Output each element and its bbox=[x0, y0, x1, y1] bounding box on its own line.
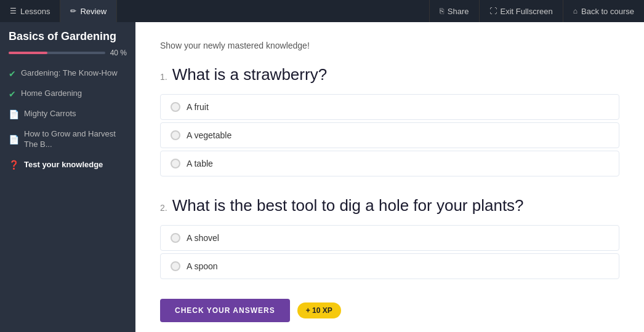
question-2-block: 2. What is the best tool to dig a hole f… bbox=[160, 196, 619, 279]
q1-option-c-label: A table bbox=[187, 159, 213, 168]
nav-actions: ⎘ Share ⛶ Exit Fullscreen ⌂ Back to cour… bbox=[429, 0, 644, 22]
question-1-option-c[interactable]: A table bbox=[160, 151, 619, 176]
question-2-option-a[interactable]: A shovel bbox=[160, 225, 619, 251]
q1-option-a-label: A fruit bbox=[187, 102, 209, 112]
question-1-option-b[interactable]: A vegetable bbox=[160, 122, 619, 148]
doc-icon: 📄 bbox=[9, 135, 19, 144]
sidebar-item-label: Test your knowledge bbox=[24, 160, 103, 170]
fullscreen-icon: ⛶ bbox=[489, 7, 497, 15]
question-2-body: What is the best tool to dig a hole for … bbox=[172, 196, 524, 215]
home-icon: ⌂ bbox=[573, 7, 578, 15]
tab-lessons[interactable]: ☰ Lessons bbox=[0, 0, 60, 22]
sidebar-item-label: Gardening: The Know-How bbox=[21, 68, 118, 79]
sidebar-item-label: Mighty Carrots bbox=[24, 109, 76, 119]
share-button[interactable]: ⎘ Share bbox=[429, 0, 479, 22]
content-subtitle: Show your newly mastered knowledge! bbox=[160, 41, 619, 50]
question-1-body: What is a strawberry? bbox=[172, 65, 327, 84]
main-layout: Basics of Gardening 40 % ✔ Gardening: Th… bbox=[0, 22, 644, 332]
check-icon: ✔ bbox=[9, 89, 16, 99]
sidebar-item-label: How to Grow and Harvest The B... bbox=[24, 129, 127, 150]
share-label: Share bbox=[448, 7, 469, 16]
doc-icon: 📄 bbox=[9, 109, 19, 119]
radio-q2-a bbox=[171, 233, 180, 243]
nav-tabs: ☰ Lessons ✏ Review bbox=[0, 0, 117, 22]
question-1-text: 1. What is a strawberry? bbox=[160, 65, 619, 84]
q2-option-a-label: A shovel bbox=[187, 233, 219, 243]
tab-review[interactable]: ✏ Review bbox=[60, 0, 117, 22]
share-icon: ⎘ bbox=[440, 7, 444, 15]
content-area: Show your newly mastered knowledge! 1. W… bbox=[135, 22, 644, 332]
check-icon: ✔ bbox=[9, 69, 16, 79]
question-2-number: 2. bbox=[160, 203, 167, 213]
sidebar: Basics of Gardening 40 % ✔ Gardening: Th… bbox=[0, 22, 135, 332]
exit-fullscreen-button[interactable]: ⛶ Exit Fullscreen bbox=[479, 0, 563, 22]
sidebar-item-mighty-carrots[interactable]: 📄 Mighty Carrots bbox=[0, 104, 135, 124]
question-1-number: 1. bbox=[160, 72, 167, 82]
question-1-block: 1. What is a strawberry? A fruit A veget… bbox=[160, 65, 619, 176]
sidebar-item-label: Home Gardening bbox=[21, 89, 82, 99]
q2-option-b-label: A spoon bbox=[187, 261, 218, 271]
sidebar-item-gardening-know-how[interactable]: ✔ Gardening: The Know-How bbox=[0, 63, 135, 84]
q1-option-b-label: A vegetable bbox=[187, 130, 231, 140]
course-title: Basics of Gardening bbox=[0, 22, 135, 49]
tab-lessons-label: Lessons bbox=[20, 7, 50, 16]
actions-row: CHECK YOUR ANSWERS + 10 XP bbox=[160, 299, 619, 322]
radio-q2-b bbox=[171, 261, 180, 271]
progress-bar-fill bbox=[9, 52, 47, 54]
progress-percent: 40 % bbox=[110, 49, 127, 57]
question-2-option-b[interactable]: A spoon bbox=[160, 253, 619, 279]
radio-q1-b bbox=[171, 130, 180, 140]
sidebar-item-test-your-knowledge[interactable]: ❓ Test your knowledge bbox=[0, 155, 135, 175]
quiz-icon: ❓ bbox=[9, 160, 19, 170]
question-2-text: 2. What is the best tool to dig a hole f… bbox=[160, 196, 619, 215]
sidebar-item-how-to-grow[interactable]: 📄 How to Grow and Harvest The B... bbox=[0, 124, 135, 155]
back-to-course-button[interactable]: ⌂ Back to course bbox=[563, 0, 644, 22]
back-to-course-label: Back to course bbox=[581, 7, 634, 16]
lessons-icon: ☰ bbox=[10, 7, 17, 15]
radio-q1-a bbox=[171, 102, 180, 112]
review-icon: ✏ bbox=[70, 7, 76, 15]
progress-bar-bg bbox=[9, 52, 105, 54]
exit-fullscreen-label: Exit Fullscreen bbox=[501, 7, 553, 16]
xp-badge: + 10 XP bbox=[297, 302, 341, 318]
sidebar-item-home-gardening[interactable]: ✔ Home Gardening bbox=[0, 84, 135, 104]
radio-q1-c bbox=[171, 159, 180, 168]
check-answers-button[interactable]: CHECK YOUR ANSWERS bbox=[160, 299, 290, 322]
question-1-option-a[interactable]: A fruit bbox=[160, 94, 619, 120]
top-nav: ☰ Lessons ✏ Review ⎘ Share ⛶ Exit Fullsc… bbox=[0, 0, 644, 22]
tab-review-label: Review bbox=[80, 7, 107, 16]
progress-bar-wrap: 40 % bbox=[0, 49, 135, 63]
